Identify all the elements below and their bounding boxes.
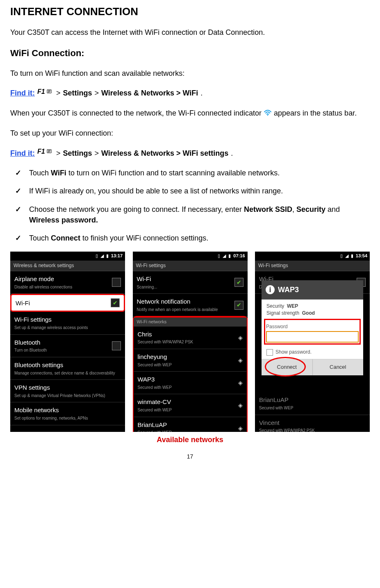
list-item: ✓ Choose the network you are going to co… — [15, 204, 370, 225]
checkbox-checked[interactable] — [234, 301, 243, 310]
screen-title: Wireless & network settings — [10, 261, 125, 271]
screen-title: Wi-Fi settings — [255, 261, 370, 271]
cancel-button[interactable]: Cancel — [313, 359, 364, 375]
setting-airplane[interactable]: Airplane modeDisable all wireless connec… — [10, 271, 125, 294]
section-header: Wi-Fi networks — [134, 318, 247, 327]
screenshot-wifi-settings: ▯◢▮07:16 Wi-Fi settings Wi-FiScanning...… — [133, 252, 248, 432]
checkmark-icon: ✓ — [15, 186, 29, 196]
find-it-path-2: Find it: F1 > Settings > Wireless & Netw… — [10, 148, 370, 159]
password-input[interactable] — [266, 331, 359, 343]
password-label: Password — [266, 323, 359, 330]
screenshot-row: ▯◢▮13:17 Wireless & network settings Air… — [10, 252, 370, 445]
path-wifi: Wireless & Networks > WiFi — [101, 88, 198, 98]
status-bar: ▯◢▮13:17 — [10, 252, 125, 261]
screenshot-connect-dialog: ▯◢▮13:54 Wi-Fi settings Wi-FiDisconnecte… — [255, 252, 370, 432]
intro-paragraph: Your C350T can access the Internet with … — [10, 27, 370, 38]
list-text: Touch WiFi to turn on WiFi function and … — [29, 168, 370, 178]
signal-icon: ◢ — [223, 253, 226, 259]
f1-icon: F1 — [37, 148, 54, 159]
find-it-path-1: Find it: F1 > Settings > Wireless & Netw… — [10, 88, 370, 99]
available-networks-caption: Available networks — [157, 434, 223, 445]
gt: > — [95, 88, 99, 98]
status-bar: ▯◢▮07:16 — [133, 252, 248, 261]
network-item[interactable]: BrianLuAPSecured with WEP◈ — [134, 417, 247, 432]
checkbox[interactable] — [112, 278, 121, 287]
network-item[interactable]: BrianLuAPSecured with WEP — [255, 392, 370, 415]
networks-highlighted-box: Wi-Fi networks ChrisSecured with WPA/WPA… — [133, 316, 248, 432]
network-item[interactable]: winmate-CVSecured with WEP◈ — [134, 394, 247, 417]
setting-wifi-toggle[interactable]: Wi-FiScanning... — [133, 271, 248, 294]
sd-icon: ▯ — [218, 253, 220, 259]
network-item[interactable]: VincentSecured with WPA/WPA2 PSK — [255, 415, 370, 432]
connected-pre: When your C350T is connected to the netw… — [10, 109, 262, 117]
gt: > — [56, 148, 61, 159]
settings-bold: Settings — [63, 88, 92, 98]
signal-icon: ◢ — [100, 253, 104, 259]
connect-button[interactable]: Connect — [262, 359, 313, 375]
setting-wifi-highlighted[interactable]: Wi-Fi — [10, 294, 125, 312]
checkmark-icon: ✓ — [15, 233, 29, 243]
checkbox-checked[interactable] — [234, 278, 243, 287]
setting-vpn[interactable]: VPN settingsSet up & manage Virtual Priv… — [10, 380, 125, 402]
dot: . — [200, 88, 203, 98]
dialog-body: Security WEP Signal strength Good Passwo… — [262, 300, 363, 359]
wifi-signal-icon: ◈ — [238, 401, 243, 409]
battery-icon: ▮ — [106, 253, 109, 259]
f1-icon: F1 — [37, 88, 54, 99]
find-it-label: Find it: — [10, 88, 35, 98]
svg-text:F1: F1 — [37, 88, 45, 95]
dialog-buttons: Connect Cancel — [262, 359, 363, 375]
checkbox[interactable] — [112, 341, 121, 350]
status-time: 13:54 — [356, 253, 367, 259]
wifi-signal-icon: ◈ — [238, 379, 243, 387]
setup-text: To set up your WiFi connection: — [10, 128, 370, 138]
instruction-list: ✓ Touch WiFi to turn on WiFi function an… — [15, 168, 370, 243]
battery-icon: ▮ — [351, 253, 353, 259]
find-it-label: Find it: — [10, 148, 35, 159]
list-text: Touch Connect to finish your WiFi connec… — [29, 233, 370, 243]
wifi-indicator-icon — [264, 108, 272, 119]
checkbox-checked[interactable] — [111, 298, 120, 307]
settings-bold: Settings — [63, 148, 92, 159]
dialog-title: WAP3 — [278, 284, 299, 295]
list-item: ✓ Touch WiFi to turn on WiFi function an… — [15, 168, 370, 178]
checkbox[interactable] — [266, 349, 273, 356]
screen-title: Wi-Fi settings — [133, 261, 248, 271]
connected-indicator-paragraph: When your C350T is connected to the netw… — [10, 108, 370, 119]
status-bar: ▯◢▮13:54 — [255, 252, 370, 261]
network-item[interactable]: ChrisSecured with WPA/WPA2 PSK◈ — [134, 327, 247, 349]
network-item[interactable]: lincheyungSecured with WEP◈ — [134, 349, 247, 372]
battery-icon: ▮ — [228, 253, 231, 259]
wifi-signal-icon: ◈ — [238, 424, 243, 432]
turn-on-text: To turn on WiFi function and scan availa… — [10, 68, 370, 79]
list-text: If WiFi is already on, you should be abl… — [29, 186, 370, 196]
svg-point-1 — [267, 115, 269, 116]
setting-wifi-settings[interactable]: Wi-Fi settingsSet up & manage wireless a… — [10, 312, 125, 334]
list-item: ✓ Touch Connect to finish your WiFi conn… — [15, 233, 370, 243]
list-item: ✓ If WiFi is already on, you should be a… — [15, 186, 370, 196]
sd-icon: ▯ — [340, 253, 343, 259]
connected-post: appears in the status bar. — [274, 109, 357, 117]
setting-bluetooth[interactable]: BluetoothTurn on Bluetooth — [10, 335, 125, 357]
gt: > — [56, 88, 61, 98]
dialog-header: i WAP3 — [262, 280, 363, 300]
sd-icon: ▯ — [96, 253, 98, 259]
network-item[interactable]: WAP3Secured with WEP◈ — [134, 372, 247, 394]
screenshot-wireless-settings: ▯◢▮13:17 Wireless & network settings Air… — [10, 252, 125, 432]
checkmark-icon: ✓ — [15, 204, 29, 225]
status-time: 13:17 — [111, 253, 123, 259]
setting-mobile-networks[interactable]: Mobile networksSet options for roaming, … — [10, 402, 125, 425]
wifi-signal-icon: ◈ — [238, 334, 243, 342]
list-text: Choose the network you are going to conn… — [29, 204, 370, 225]
signal-icon: ◢ — [345, 253, 348, 259]
setting-bluetooth-settings[interactable]: Bluetooth settingsManage connections, se… — [10, 357, 125, 380]
gt: > — [95, 148, 99, 159]
checkmark-icon: ✓ — [15, 168, 29, 178]
page-number: 17 — [10, 452, 370, 461]
show-password-row[interactable]: Show password. — [266, 349, 358, 356]
status-time: 07:16 — [233, 253, 245, 259]
setting-network-notification[interactable]: Network notificationNotify me when an op… — [133, 294, 248, 316]
page-title: INTERNET CONNECTION — [10, 4, 370, 20]
wifi-connect-dialog: i WAP3 Security WEP Signal strength Good… — [262, 280, 363, 376]
wifi-connection-heading: WiFi Connection: — [10, 47, 370, 60]
